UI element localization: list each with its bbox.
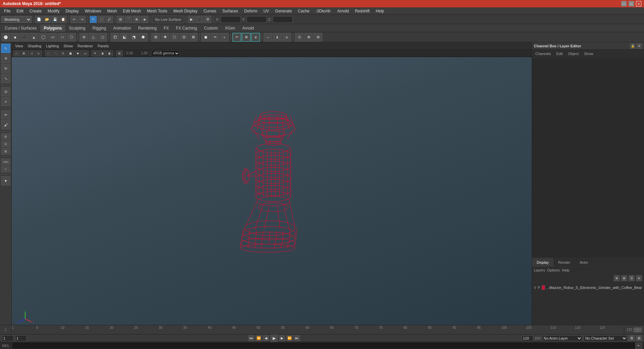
- channels-tab[interactable]: Channels: [534, 51, 552, 56]
- sculpt-push-btn[interactable]: ⊙: [295, 33, 304, 42]
- select-vertex-btn[interactable]: •: [220, 33, 229, 42]
- rotate-tool-btn[interactable]: ↻: [1, 64, 10, 73]
- menu-uv[interactable]: UV: [261, 8, 272, 14]
- prev-frame-btn[interactable]: ◀: [263, 335, 269, 341]
- show-manip-btn[interactable]: ⊞: [1, 133, 10, 140]
- layer-color-swatch[interactable]: [542, 285, 545, 290]
- menu-cache[interactable]: Cache: [295, 8, 312, 14]
- next-key-btn[interactable]: ⏩: [286, 335, 292, 341]
- layer-v-toggle[interactable]: V: [534, 286, 537, 290]
- tab-rendering[interactable]: Rendering: [135, 24, 160, 32]
- show-tab[interactable]: Show: [583, 51, 595, 56]
- render-tab[interactable]: Render: [553, 258, 575, 266]
- paint-btn-l[interactable]: 🖌: [1, 120, 10, 130]
- vt-frame-all-btn[interactable]: ⬛: [52, 50, 59, 56]
- menu-windows[interactable]: Windows: [82, 8, 104, 14]
- select-face-btn[interactable]: ◼: [201, 33, 210, 42]
- vt-select-all-btn[interactable]: ⬚: [45, 50, 52, 56]
- comp-mode-btn[interactable]: C: [1, 166, 10, 172]
- edit-tab[interactable]: Edit: [555, 51, 564, 56]
- display-tab[interactable]: Display: [532, 258, 553, 266]
- menu-surfaces[interactable]: Surfaces: [220, 8, 241, 14]
- range-end-input[interactable]: [522, 335, 533, 341]
- menu-mesh[interactable]: Mesh: [104, 8, 119, 14]
- add-selected-btn[interactable]: ⊞: [621, 275, 627, 281]
- anim-extra-btn[interactable]: ⊞: [636, 335, 642, 341]
- x-field[interactable]: [221, 16, 241, 23]
- help-opt[interactable]: Help: [562, 268, 570, 272]
- snap-point-btn[interactable]: ⊕: [133, 16, 140, 23]
- view-menu[interactable]: View: [13, 43, 25, 49]
- menu-mesh-display[interactable]: Mesh Display: [171, 8, 200, 14]
- connect-btn[interactable]: ⬡: [170, 33, 179, 42]
- save-file-btn[interactable]: 💾: [51, 16, 59, 23]
- tab-arnold[interactable]: Arnold: [239, 24, 257, 32]
- grid2-btn[interactable]: ⊠: [1, 148, 10, 155]
- snap-view-btn[interactable]: ◈: [141, 16, 148, 23]
- anim-prefs-btn[interactable]: ⚙: [629, 335, 635, 341]
- jump-end-btn[interactable]: ⏭: [294, 335, 300, 341]
- script-editor-btn[interactable]: ✏: [635, 343, 642, 349]
- vt-shadow-btn[interactable]: ◑: [99, 50, 106, 56]
- layer-p-toggle[interactable]: P: [538, 286, 541, 290]
- vt-isolate-btn[interactable]: ⊙: [60, 50, 66, 56]
- select-tool-btn[interactable]: ↖: [1, 44, 10, 53]
- play-btn[interactable]: ▶: [270, 335, 278, 342]
- timeline-ruler[interactable]: 1 5 10 15 20 25 30 35 40 45 50 55 60 65 …: [12, 325, 624, 334]
- z-field[interactable]: [273, 16, 293, 23]
- render-settings-btn[interactable]: ⚙: [204, 16, 211, 23]
- paint-btn[interactable]: 🖊: [106, 16, 113, 23]
- snap-grid-btn[interactable]: ⊞: [117, 16, 124, 23]
- vt-light-btn[interactable]: ☀: [92, 50, 98, 56]
- cone-btn[interactable]: ▲: [30, 33, 38, 42]
- close-button[interactable]: ✕: [636, 1, 641, 6]
- viewport[interactable]: View Shading Lighting Show Renderer Pane…: [12, 42, 532, 325]
- lasso-select-btn[interactable]: ⌗: [1, 97, 10, 106]
- soft-select-btn[interactable]: ⊙: [1, 87, 10, 96]
- select-edge-btn[interactable]: ━: [211, 33, 219, 42]
- tab-sculpting[interactable]: Sculpting: [65, 24, 89, 32]
- artisan-btn[interactable]: ✏: [1, 110, 10, 119]
- options-opt[interactable]: Options: [547, 268, 560, 272]
- menu-create[interactable]: Create: [27, 8, 44, 14]
- vt-bounding-btn[interactable]: ▭: [82, 50, 89, 56]
- split-btn[interactable]: ✚: [161, 33, 169, 42]
- gamma-dropdown[interactable]: sRGB gamma: [151, 51, 180, 56]
- crease-btn[interactable]: ≡: [282, 33, 291, 42]
- menu-redshift[interactable]: Redshift: [352, 8, 372, 14]
- fill-hole-btn[interactable]: ⬔: [129, 33, 138, 42]
- lighting-menu[interactable]: Lighting: [44, 43, 61, 49]
- torus-btn[interactable]: ◯: [39, 33, 48, 42]
- sphere-btn[interactable]: ⬤: [1, 33, 10, 42]
- redo-btn[interactable]: ↪: [78, 16, 86, 23]
- bevel-btn[interactable]: ⧱: [273, 33, 282, 42]
- merge-btn[interactable]: ⬟: [139, 33, 148, 42]
- tab-rigging[interactable]: Rigging: [89, 24, 110, 32]
- mel-input[interactable]: [12, 343, 635, 349]
- pipe-btn[interactable]: ⬡: [67, 33, 76, 42]
- minimize-button[interactable]: ─: [621, 1, 627, 6]
- insert-loop-btn[interactable]: ⊟: [179, 33, 188, 42]
- quad-btn[interactable]: ◻: [98, 33, 107, 42]
- move-tool-btn[interactable]: ✛: [1, 54, 10, 63]
- obj-mode-btn[interactable]: OBJ: [1, 158, 10, 165]
- menu-display[interactable]: Display: [63, 8, 81, 14]
- menu-help[interactable]: Help: [373, 8, 387, 14]
- mode-dropdown[interactable]: Modeling Rigging Animation FX Rendering: [1, 16, 32, 23]
- tab-xgen[interactable]: XGen: [222, 24, 239, 32]
- vt-bookmark-btn[interactable]: ⊞: [20, 50, 27, 56]
- mirror-btn[interactable]: ↔: [264, 33, 272, 42]
- jump-start-btn[interactable]: ⏮: [248, 335, 254, 341]
- frame-start-input[interactable]: [2, 335, 14, 341]
- vt-prev-view-btn[interactable]: ◁: [28, 50, 35, 56]
- show-menu[interactable]: Show: [62, 43, 75, 49]
- frame-current-input[interactable]: [15, 335, 27, 341]
- menu-mesh-tools[interactable]: Mesh Tools: [144, 8, 170, 14]
- vt-camera-btn[interactable]: 🎥: [13, 50, 20, 56]
- extrude-btn[interactable]: ⧠: [111, 33, 119, 42]
- menu-modify[interactable]: Modify: [45, 8, 62, 14]
- menu-edit[interactable]: Edit: [14, 8, 26, 14]
- soft-select-btn[interactable]: ⌀: [251, 33, 260, 42]
- triangulate-btn[interactable]: △: [89, 33, 98, 42]
- shading-menu[interactable]: Shading: [26, 43, 43, 49]
